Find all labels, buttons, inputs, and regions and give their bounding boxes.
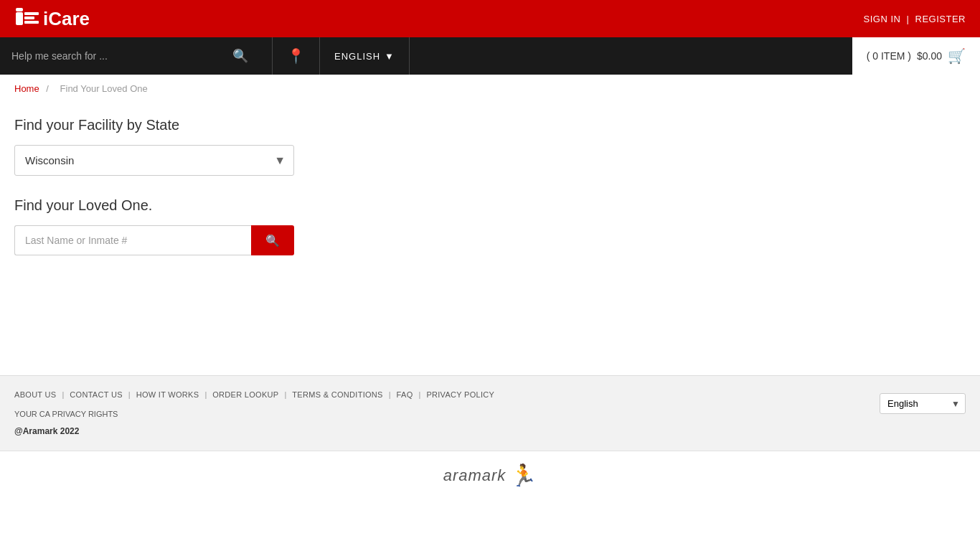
- footer-copyright: @Aramark 2022: [14, 426, 880, 436]
- logo: iCare: [14, 8, 90, 30]
- search-icon: 🔍: [265, 235, 280, 247]
- state-select-wrapper: AlabamaAlaskaArizonaArkansasCaliforniaCo…: [14, 145, 294, 176]
- footer-links-row2: YOUR CA PRIVACY RIGHTS: [14, 408, 880, 419]
- breadcrumb: Home / Find Your Loved One: [0, 75, 980, 103]
- location-icon: 📍: [287, 47, 305, 65]
- state-select[interactable]: AlabamaAlaskaArizonaArkansasCaliforniaCo…: [14, 145, 294, 176]
- register-link[interactable]: REGISTER: [915, 14, 966, 24]
- sign-in-link[interactable]: SIGN IN: [863, 14, 900, 24]
- location-icon-button[interactable]: 📍: [273, 37, 320, 75]
- footer-separator: |: [128, 390, 131, 399]
- logo-icon: [14, 8, 40, 29]
- aramark-footer: aramark 🏃: [0, 451, 980, 499]
- auth-separator: |: [907, 14, 910, 24]
- cart-count: ( 0 ITEM ): [867, 50, 911, 62]
- nav-bar: 🔍 📍 ENGLISH ▼ ( 0 ITEM ) $0.00 🛒: [0, 37, 980, 75]
- footer-bottom-row: ABOUT US|CONTACT US|HOW IT WORKS|ORDER L…: [14, 390, 966, 443]
- chevron-down-icon: ▼: [385, 51, 395, 62]
- footer-link-about-us[interactable]: ABOUT US: [14, 390, 56, 399]
- footer-content: ABOUT US|CONTACT US|HOW IT WORKS|ORDER L…: [14, 390, 880, 443]
- footer-ca-privacy-link[interactable]: YOUR CA PRIVACY RIGHTS: [14, 410, 118, 418]
- aramark-brand-name: aramark: [443, 466, 507, 485]
- breadcrumb-home[interactable]: Home: [14, 83, 39, 94]
- search-input[interactable]: [11, 50, 227, 62]
- language-label: ENGLISH: [334, 51, 380, 62]
- breadcrumb-current: Find Your Loved One: [60, 83, 148, 94]
- svg-rect-1: [16, 8, 23, 11]
- inmate-search-row: 🔍: [14, 225, 294, 255]
- cart-info: ( 0 ITEM ) $0.00 🛒: [867, 47, 966, 65]
- footer-language-selector: EnglishEspañolFrançais ▼: [880, 390, 966, 414]
- footer-link-faq[interactable]: FAQ: [397, 390, 413, 399]
- footer-link-order-lookup[interactable]: ORDER LOOKUP: [212, 390, 278, 399]
- auth-links: SIGN IN | REGISTER: [863, 14, 966, 24]
- cart-price: $0.00: [917, 50, 942, 62]
- footer-link-how-it-works[interactable]: HOW IT WORKS: [136, 390, 199, 399]
- nav-left: 🔍 📍 ENGLISH ▼: [0, 37, 410, 75]
- svg-rect-4: [24, 21, 39, 24]
- footer-separator: |: [62, 390, 64, 399]
- footer-link-terms-&-conditions[interactable]: TERMS & CONDITIONS: [292, 390, 382, 399]
- aramark-figure-icon: 🏃: [510, 463, 537, 488]
- footer: ABOUT US|CONTACT US|HOW IT WORKS|ORDER L…: [0, 375, 980, 451]
- logo-text: iCare: [43, 8, 90, 30]
- breadcrumb-separator: /: [46, 83, 49, 94]
- footer-language-select[interactable]: EnglishEspañolFrançais: [880, 393, 966, 414]
- footer-separator: |: [389, 390, 391, 399]
- facility-section-title: Find your Facility by State: [14, 117, 966, 133]
- footer-links: ABOUT US|CONTACT US|HOW IT WORKS|ORDER L…: [14, 390, 880, 399]
- lang-select-wrapper: EnglishEspañolFrançais ▼: [880, 393, 966, 414]
- cart-icon[interactable]: 🛒: [948, 47, 966, 65]
- svg-rect-3: [24, 17, 34, 19]
- footer-separator: |: [284, 390, 286, 399]
- inmate-search-button[interactable]: 🔍: [251, 225, 294, 255]
- svg-rect-2: [24, 12, 39, 15]
- loved-one-section-title: Find your Loved One.: [14, 197, 966, 214]
- logo-area: iCare: [14, 8, 90, 30]
- aramark-logo: aramark 🏃: [443, 463, 537, 488]
- language-button[interactable]: ENGLISH ▼: [320, 37, 410, 75]
- footer-separator: |: [204, 390, 207, 399]
- main-content: Find your Facility by State AlabamaAlask…: [0, 103, 980, 375]
- footer-link-privacy-policy[interactable]: PRIVACY POLICY: [426, 390, 494, 399]
- cart-area: ( 0 ITEM ) $0.00 🛒: [852, 37, 980, 75]
- inmate-search-input[interactable]: [14, 225, 251, 255]
- search-icon-button[interactable]: 🔍: [227, 45, 254, 67]
- top-header: iCare SIGN IN | REGISTER: [0, 0, 980, 37]
- search-area: 🔍: [0, 37, 273, 75]
- svg-rect-0: [16, 12, 23, 25]
- footer-separator: |: [419, 390, 421, 399]
- footer-link-contact-us[interactable]: CONTACT US: [70, 390, 123, 399]
